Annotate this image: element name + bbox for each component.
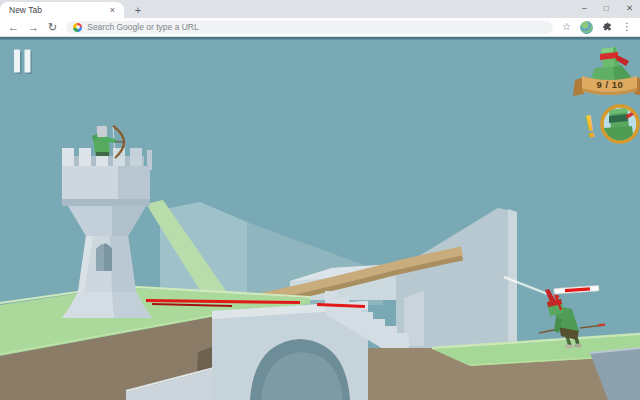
tab-strip: New Tab × + – □ ✕ <box>0 0 640 18</box>
browser-toolbar: ← → ↻ ☆ ⋮ <box>0 18 640 37</box>
omnibox[interactable] <box>66 21 553 34</box>
bookmark-star-icon[interactable]: ☆ <box>562 22 571 32</box>
tab-title: New Tab <box>9 5 42 15</box>
google-g-icon <box>73 23 82 32</box>
ability-badge[interactable]: ! <box>582 106 638 145</box>
browser-chrome: New Tab × + – □ ✕ ← → ↻ ☆ ⋮ <box>0 0 640 37</box>
new-tab-button[interactable]: + <box>129 2 147 18</box>
tab-new-tab[interactable]: New Tab × <box>0 2 124 18</box>
page-top-edge <box>0 37 640 40</box>
window-controls: – □ ✕ <box>582 0 633 17</box>
game-scene: ! <box>0 0 640 400</box>
pause-icon <box>14 50 20 73</box>
tab-close-icon[interactable]: × <box>110 6 115 15</box>
back-icon[interactable]: ← <box>8 22 19 33</box>
game-canvas[interactable]: ! 9 / 10 New Tab × + – □ ✕ ← → ↻ ☆ ⋮ <box>0 0 640 400</box>
window-minimize-button[interactable]: – <box>582 4 587 13</box>
omnibox-input[interactable] <box>87 22 546 32</box>
window-maximize-button[interactable]: □ <box>604 4 609 13</box>
forward-icon[interactable]: → <box>28 22 39 33</box>
score-label: 9 / 10 <box>582 79 638 90</box>
menu-kebab-icon[interactable]: ⋮ <box>622 22 632 32</box>
reload-icon[interactable]: ↻ <box>48 22 57 33</box>
archer-head <box>97 126 108 138</box>
extensions-icon[interactable] <box>602 22 613 33</box>
profile-avatar[interactable] <box>580 21 593 34</box>
window-close-button[interactable]: ✕ <box>626 4 633 13</box>
